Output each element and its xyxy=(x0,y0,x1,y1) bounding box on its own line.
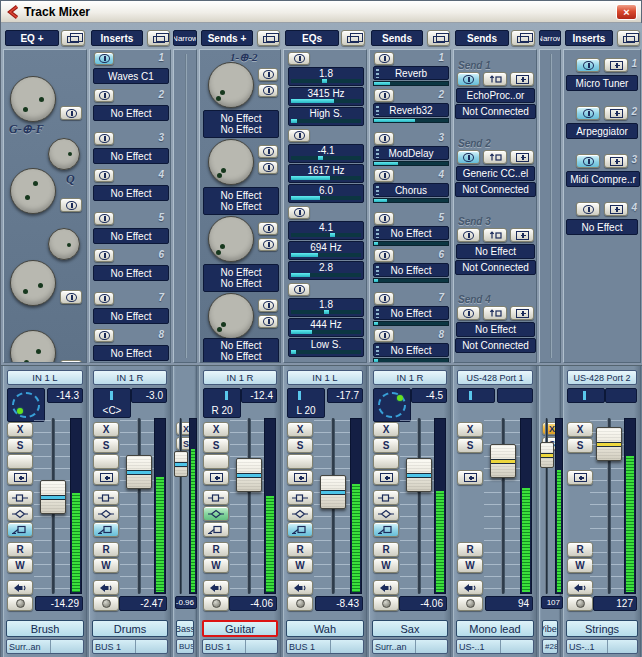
insert-effect-field[interactable]: No Effect xyxy=(93,105,169,121)
send-level-bar[interactable] xyxy=(373,321,449,326)
inserts-state-button[interactable] xyxy=(7,490,33,505)
level-readout[interactable]: 107 xyxy=(541,596,563,609)
blank-button[interactable] xyxy=(93,454,119,469)
send-status-field[interactable]: Not Connected xyxy=(455,260,536,275)
insert-power-button[interactable] xyxy=(94,292,114,305)
inserts-midi-window-button[interactable] xyxy=(617,30,640,46)
send-level-bar[interactable] xyxy=(373,161,449,166)
insert-effect-field[interactable]: Arpeggiator xyxy=(566,123,638,139)
send-power-button[interactable] xyxy=(258,145,278,158)
insert-effect-field[interactable]: Micro Tuner xyxy=(566,75,638,91)
drag-handle[interactable] xyxy=(376,69,379,78)
eq-gain-slider[interactable]: -4.1 xyxy=(288,144,364,163)
mute-button[interactable]: X xyxy=(373,422,399,437)
drag-handle[interactable] xyxy=(376,106,379,115)
volume-fader[interactable] xyxy=(320,418,346,594)
mute-button[interactable]: X xyxy=(287,422,313,437)
eq-freq-slider[interactable]: 1617 Hz xyxy=(288,164,364,183)
eq-freq-slider[interactable]: 3415 Hz xyxy=(288,87,364,106)
send-power-button[interactable] xyxy=(457,228,480,242)
gain-display[interactable]: -3.0 xyxy=(131,388,167,403)
send-effect-field[interactable]: No Effect No Effect xyxy=(203,110,279,138)
send-prepost-button[interactable] xyxy=(483,228,507,242)
edit-channel-button[interactable] xyxy=(457,470,483,485)
sends-state-button[interactable] xyxy=(203,522,229,537)
send-power-button[interactable] xyxy=(258,299,278,312)
gain-display[interactable]: -14.3 xyxy=(47,388,83,403)
send-power-button[interactable] xyxy=(374,249,394,262)
narrow-toggle-right[interactable]: Narrow xyxy=(539,30,561,46)
send-effect-field[interactable]: No Effect No Effect xyxy=(203,264,279,292)
drag-handle[interactable] xyxy=(376,149,379,158)
volume-fader[interactable] xyxy=(540,418,554,594)
eq-state-button[interactable] xyxy=(7,506,33,521)
edit-channel-button[interactable] xyxy=(203,470,229,485)
drag-handle[interactable] xyxy=(376,309,379,318)
send-effect-field[interactable]: No Effect No Effect xyxy=(203,187,279,215)
send-status-field[interactable]: Not Connected xyxy=(455,104,536,119)
eqs-window-button[interactable] xyxy=(341,30,365,46)
record-enable-button[interactable] xyxy=(457,596,483,611)
volume-fader[interactable] xyxy=(406,418,432,594)
send-level-bar[interactable] xyxy=(373,278,449,283)
channel-name[interactable]: Strings xyxy=(566,620,638,637)
solo-button[interactable]: S xyxy=(287,438,313,453)
input-routing[interactable]: IN 1 R xyxy=(203,370,277,385)
edit-channel-button[interactable] xyxy=(373,470,399,485)
send-knob-1[interactable] xyxy=(208,62,254,108)
insert-edit-button[interactable] xyxy=(604,202,628,216)
eq-band-power-button[interactable] xyxy=(60,198,82,212)
send-effect-field[interactable]: No Effect xyxy=(456,244,535,259)
output-routing[interactable]: US-..1 xyxy=(456,639,534,654)
midi-aux-display[interactable] xyxy=(605,388,637,403)
send-knob-3[interactable] xyxy=(208,216,254,262)
send-power-button[interactable] xyxy=(258,315,278,328)
insert-power-button[interactable] xyxy=(576,106,600,120)
fader-cap[interactable] xyxy=(236,458,262,492)
channel-name[interactable]: Vibes xyxy=(542,620,558,637)
eq-band-power-button[interactable] xyxy=(60,360,82,363)
input-routing[interactable]: IN 1 L xyxy=(7,370,83,385)
insert-power-button[interactable] xyxy=(576,58,600,72)
insert-effect-field[interactable]: Midi Compre..r xyxy=(566,171,640,187)
send-effect-field[interactable]: Reverb xyxy=(373,66,449,80)
channel-name[interactable]: Brush xyxy=(6,620,84,637)
eq-q-slider[interactable]: 2.8 xyxy=(288,261,364,280)
monitor-button[interactable] xyxy=(7,580,33,595)
automation-read-button[interactable]: R xyxy=(287,542,313,557)
send-level-bar[interactable] xyxy=(373,241,449,246)
eq-band-power-button[interactable] xyxy=(60,106,82,120)
level-readout[interactable]: -4.06 xyxy=(229,596,277,611)
drag-handle[interactable] xyxy=(376,346,379,355)
insert-power-button[interactable] xyxy=(94,89,114,102)
send-effect-field[interactable]: EchoProc..or xyxy=(456,88,535,103)
send-power-button[interactable] xyxy=(374,329,394,342)
fader-cap[interactable] xyxy=(126,455,152,489)
channel-name[interactable]: Drums xyxy=(92,620,168,637)
inserts-state-button[interactable] xyxy=(287,490,313,505)
insert-edit-button[interactable] xyxy=(604,58,628,72)
channel-name[interactable]: Wah xyxy=(286,620,364,637)
send-add-button[interactable] xyxy=(510,72,534,86)
input-routing[interactable]: US-428 Port 1 xyxy=(457,370,533,385)
send-add-button[interactable] xyxy=(510,150,534,164)
automation-write-button[interactable]: W xyxy=(7,558,33,573)
send-power-button[interactable] xyxy=(374,212,394,225)
send-power-button[interactable] xyxy=(374,132,394,145)
eq-state-button[interactable] xyxy=(287,506,313,521)
volume-fader[interactable] xyxy=(126,418,152,594)
edit-channel-button[interactable] xyxy=(7,470,33,485)
volume-fader[interactable] xyxy=(490,418,516,594)
automation-read-button[interactable]: R xyxy=(7,542,33,557)
insert-effect-field[interactable]: No Effect xyxy=(93,265,169,281)
send-power-button[interactable] xyxy=(258,238,278,251)
monitor-button[interactable] xyxy=(457,580,483,595)
send-level-bar[interactable] xyxy=(373,118,449,123)
automation-read-button[interactable]: R xyxy=(93,542,119,557)
output-routing[interactable]: BUS 1 xyxy=(286,639,364,654)
insert-power-button[interactable] xyxy=(94,132,114,145)
automation-write-button[interactable]: W xyxy=(287,558,313,573)
send-power-button[interactable] xyxy=(374,52,394,65)
eq-gain-knob-3[interactable] xyxy=(10,260,56,306)
input-routing[interactable]: IN 1 L xyxy=(287,370,363,385)
